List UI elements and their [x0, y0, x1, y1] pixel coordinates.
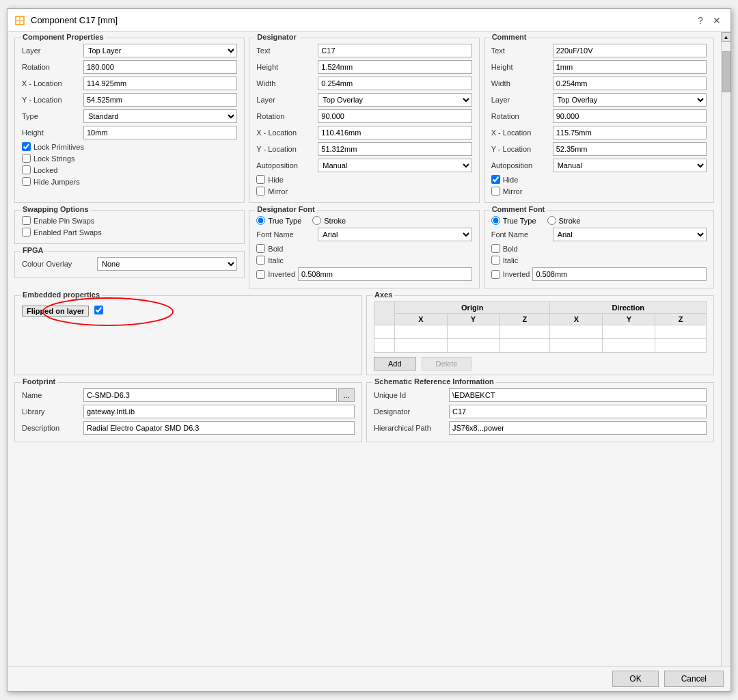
- des-width-input[interactable]: [318, 77, 472, 90]
- des-truetype-label: True Type: [268, 217, 301, 225]
- component-properties-section: Component Properties Layer Top Layer Rot…: [14, 38, 245, 203]
- des-rotation-input[interactable]: [318, 109, 472, 123]
- ok-button[interactable]: OK: [612, 671, 658, 687]
- help-button[interactable]: ?: [694, 14, 707, 27]
- com-bold-checkbox[interactable]: [491, 244, 500, 253]
- des-text-input[interactable]: [318, 44, 472, 57]
- x-location-input[interactable]: [83, 77, 237, 90]
- des-x-location-input[interactable]: [318, 126, 472, 139]
- fp-description-input[interactable]: [83, 421, 355, 435]
- com-hide-checkbox[interactable]: [491, 175, 500, 184]
- sch-designator-input[interactable]: [449, 405, 707, 418]
- hide-jumpers-checkbox[interactable]: [22, 177, 31, 186]
- com-mirror-checkbox[interactable]: [491, 187, 500, 196]
- scroll-thumb[interactable]: [722, 51, 730, 92]
- des-font-name-label: Font Name: [256, 230, 318, 239]
- des-truetype-radio[interactable]: [256, 216, 265, 225]
- des-rotation-label: Rotation: [256, 112, 318, 120]
- com-height-input[interactable]: [553, 60, 707, 74]
- enabled-part-swaps-checkbox[interactable]: [22, 228, 31, 237]
- com-font-name-label: Font Name: [491, 230, 553, 239]
- rotation-label: Rotation: [22, 63, 83, 71]
- axes-title: Axes: [372, 291, 394, 299]
- schematic-reference-section: Schematic Reference Information Unique I…: [366, 382, 714, 442]
- direction-z-header: Z: [655, 314, 707, 325]
- com-width-input[interactable]: [553, 77, 707, 90]
- des-autoposition-select[interactable]: Manual: [318, 159, 472, 172]
- des-bold-checkbox[interactable]: [256, 244, 265, 253]
- component-icon: [14, 15, 25, 26]
- designator-section: Designator Text Height Width Layer: [249, 38, 479, 203]
- embedded-properties-section: Embedded properties Flipped on layer: [14, 295, 362, 375]
- com-y-location-label: Y - Location: [491, 145, 553, 153]
- des-stroke-radio[interactable]: [312, 216, 321, 225]
- com-italic-label: Italic: [503, 256, 519, 265]
- com-autoposition-select[interactable]: Manual: [553, 159, 707, 172]
- hierarchical-path-input[interactable]: [449, 421, 707, 435]
- des-font-stroke-radio-item: Stroke: [312, 216, 346, 225]
- lock-strings-label: Lock Strings: [33, 154, 75, 163]
- des-inverted-checkbox[interactable]: [256, 270, 265, 279]
- enable-pin-swaps-checkbox[interactable]: [22, 216, 31, 225]
- colour-overlay-select[interactable]: None: [97, 257, 237, 271]
- des-x-location-label: X - Location: [256, 129, 318, 137]
- des-layer-select[interactable]: Top Overlay: [318, 93, 472, 107]
- des-inverted-value-input[interactable]: [298, 267, 472, 281]
- com-text-input[interactable]: [553, 44, 707, 57]
- height-input[interactable]: [83, 126, 237, 139]
- y-location-input[interactable]: [83, 93, 237, 107]
- com-inverted-value-input[interactable]: [532, 267, 707, 281]
- swapping-options-section: Swapping Options Enable Pin Swaps Enable…: [14, 210, 245, 244]
- comment-section: Comment Text Height Width Layer: [484, 38, 714, 203]
- scroll-up-arrow[interactable]: ▲: [722, 32, 731, 42]
- title-bar-left: Component C17 [mm]: [14, 15, 118, 26]
- des-font-name-select[interactable]: Arial: [318, 228, 472, 241]
- fp-library-input[interactable]: [83, 405, 355, 418]
- lock-primitives-label: Lock Primitives: [33, 143, 84, 151]
- des-hide-label: Hide: [268, 176, 284, 184]
- com-truetype-radio[interactable]: [491, 216, 500, 225]
- fp-description-label: Description: [22, 424, 83, 432]
- fp-browse-button[interactable]: ...: [338, 388, 355, 402]
- dialog-footer: OK Cancel: [8, 666, 730, 691]
- fp-name-input[interactable]: [83, 388, 337, 402]
- layer-label: Layer: [22, 46, 83, 55]
- des-y-location-input[interactable]: [318, 142, 472, 156]
- direction-x-header: X: [550, 314, 603, 325]
- swapping-options-title: Swapping Options: [20, 205, 91, 213]
- add-axes-button[interactable]: Add: [374, 357, 416, 371]
- flipped-on-layer-checkbox[interactable]: [94, 306, 103, 314]
- com-layer-label: Layer: [491, 96, 553, 104]
- des-height-input[interactable]: [318, 60, 472, 74]
- com-rotation-input[interactable]: [553, 109, 707, 123]
- hide-jumpers-label: Hide Jumpers: [33, 178, 80, 186]
- unique-id-input[interactable]: [449, 388, 707, 402]
- close-button[interactable]: ✕: [710, 14, 724, 27]
- comment-font-section: Comment Font True Type Stroke Font Name: [484, 210, 714, 288]
- com-stroke-radio[interactable]: [547, 216, 556, 225]
- des-mirror-checkbox[interactable]: [256, 187, 265, 196]
- com-italic-checkbox[interactable]: [491, 256, 500, 265]
- des-italic-checkbox[interactable]: [256, 256, 265, 265]
- cancel-button[interactable]: Cancel: [664, 671, 724, 687]
- dialog-title: Component C17 [mm]: [31, 15, 118, 25]
- layer-select[interactable]: Top Layer: [83, 44, 237, 57]
- com-font-name-select[interactable]: Arial: [553, 228, 707, 241]
- origin-x-header: X: [395, 314, 448, 325]
- com-y-location-input[interactable]: [553, 142, 707, 156]
- com-layer-select[interactable]: Top Overlay: [553, 93, 707, 107]
- axes-empty-row: [374, 325, 707, 339]
- embedded-properties-title: Embedded properties: [20, 291, 102, 299]
- scrollbar[interactable]: ▲: [721, 32, 730, 666]
- com-x-location-input[interactable]: [553, 126, 707, 139]
- rotation-input[interactable]: [83, 60, 237, 74]
- locked-label: Locked: [33, 166, 57, 174]
- lock-primitives-checkbox[interactable]: [22, 142, 31, 151]
- locked-checkbox[interactable]: [22, 165, 31, 174]
- type-select[interactable]: Standard: [83, 109, 237, 123]
- com-inverted-checkbox[interactable]: [491, 270, 500, 279]
- des-autoposition-label: Autoposition: [256, 161, 318, 170]
- lock-strings-checkbox[interactable]: [22, 154, 31, 163]
- des-hide-checkbox[interactable]: [256, 175, 265, 184]
- designator-font-section: Designator Font True Type Stroke Font Na…: [249, 210, 479, 288]
